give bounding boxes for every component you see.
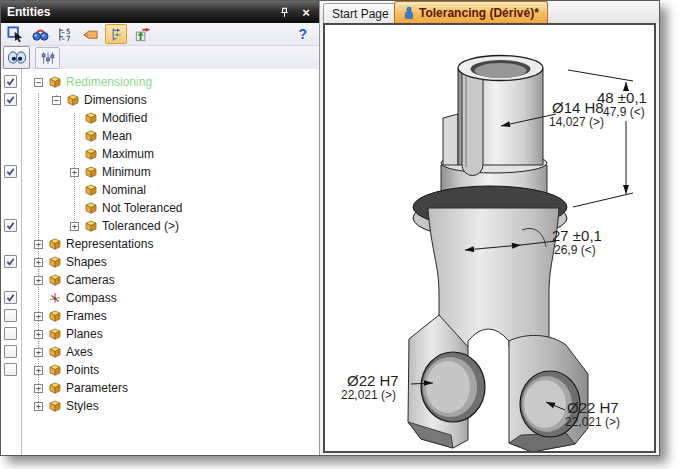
search-binoculars-icon[interactable] xyxy=(30,25,50,43)
tree-indent xyxy=(21,361,34,379)
tree-row-gutter xyxy=(1,199,21,217)
expand-toggle[interactable]: + xyxy=(34,366,43,375)
tree-row-gutter xyxy=(1,145,21,163)
visibility-checkbox[interactable] xyxy=(4,219,17,232)
visibility-checkbox[interactable] xyxy=(4,165,17,178)
dimension-annotation-27[interactable]: 27 ±0,1 26,9 (<) xyxy=(552,228,602,256)
preview-eyes-icon[interactable] xyxy=(3,46,30,69)
tree-indent xyxy=(21,235,34,253)
filter-dimensions-icon[interactable] xyxy=(105,24,127,44)
visibility-checkbox[interactable] xyxy=(4,291,17,304)
tree-item-planes[interactable]: +Planes xyxy=(1,325,318,343)
cube-icon xyxy=(84,165,98,179)
tree-item-nominal[interactable]: Nominal xyxy=(1,181,318,199)
tree-item-modified[interactable]: Modified xyxy=(1,109,318,127)
expand-toggle[interactable]: + xyxy=(34,402,43,411)
cube-icon xyxy=(48,255,62,269)
tree-item-label: Parameters xyxy=(66,381,128,395)
tree-item-not-toleranced[interactable]: Not Toleranced xyxy=(1,199,318,217)
expander-spacer xyxy=(70,150,79,159)
tree-row-gutter xyxy=(1,289,21,307)
pin-icon[interactable] xyxy=(277,5,291,19)
tree-item-styles[interactable]: +Styles xyxy=(1,397,318,415)
tree-item-cameras[interactable]: +Cameras xyxy=(1,271,318,289)
cube-icon xyxy=(84,147,98,161)
cube-icon xyxy=(48,237,62,251)
expand-toggle[interactable]: + xyxy=(34,384,43,393)
dimension-annotation-dia22-right[interactable]: Ø22 H7 22,021 (>) xyxy=(565,400,620,428)
expand-toggle[interactable]: + xyxy=(34,312,43,321)
dimension-annotation-dia22-left[interactable]: Ø22 H7 22,021 (>) xyxy=(341,373,399,401)
help-icon[interactable]: ? xyxy=(298,26,307,42)
tree-item-compass[interactable]: Compass xyxy=(1,289,318,307)
collapse-toggle[interactable]: − xyxy=(52,96,61,105)
expand-toggle[interactable]: + xyxy=(34,240,43,249)
cube-icon xyxy=(48,327,62,341)
tree-row-gutter xyxy=(1,73,21,91)
cube-icon xyxy=(66,93,80,107)
visibility-checkbox[interactable] xyxy=(4,345,17,358)
tree-item-points[interactable]: +Points xyxy=(1,361,318,379)
expand-toggle[interactable]: + xyxy=(34,258,43,267)
tag-icon[interactable] xyxy=(80,25,100,43)
tree-item-parameters[interactable]: +Parameters xyxy=(1,379,318,397)
tree-item-redimensioning[interactable]: −Redimensioning xyxy=(1,73,318,91)
expand-toggle[interactable]: + xyxy=(34,276,43,285)
visibility-checkbox[interactable] xyxy=(4,255,17,268)
dimension-list-icon[interactable]: 57 xyxy=(55,25,75,43)
tab-start-page[interactable]: Start Page xyxy=(323,3,398,23)
cube-icon xyxy=(48,75,62,89)
tree-indent xyxy=(21,397,34,415)
tab-label: Start Page xyxy=(332,7,389,21)
cube-icon xyxy=(84,183,98,197)
tree-item-label: Points xyxy=(66,363,99,377)
visibility-checkbox[interactable] xyxy=(4,75,17,88)
export-selection-icon[interactable] xyxy=(132,25,152,43)
tree-item-frames[interactable]: +Frames xyxy=(1,307,318,325)
dimension-annotation-48[interactable]: 48 ±0,1 47,9 (<) xyxy=(597,90,647,118)
collapse-toggle[interactable]: − xyxy=(34,78,43,87)
dimension-measured: 47,9 (<) xyxy=(603,106,647,118)
tree-item-shapes[interactable]: +Shapes xyxy=(1,253,318,271)
tree-item-label: Cameras xyxy=(66,273,115,287)
visibility-checkbox[interactable] xyxy=(4,93,17,106)
tree-row-gutter xyxy=(1,343,21,361)
expand-toggle[interactable]: + xyxy=(34,348,43,357)
tree-row-gutter xyxy=(1,271,21,289)
dimension-measured: 22,021 (>) xyxy=(341,389,399,401)
tree-item-minimum[interactable]: +Minimum xyxy=(1,163,318,181)
filter-settings-icon[interactable] xyxy=(35,47,60,69)
cube-icon xyxy=(48,345,62,359)
visibility-checkbox[interactable] xyxy=(4,363,17,376)
dimension-value: 27 ±0,1 xyxy=(552,228,602,244)
tree-item-axes[interactable]: +Axes xyxy=(1,343,318,361)
tree-indent xyxy=(21,91,52,109)
tree-indent xyxy=(21,271,34,289)
tree-indent xyxy=(21,253,34,271)
tree-item-label: Mean xyxy=(102,129,132,143)
entities-tree: −Redimensioning−DimensionsModifiedMeanMa… xyxy=(1,69,318,455)
entities-toolbar-row2 xyxy=(1,46,319,70)
tree-row-gutter xyxy=(1,307,21,325)
tree-row-gutter xyxy=(1,217,21,235)
tree-item-dimensions[interactable]: −Dimensions xyxy=(1,91,318,109)
visibility-checkbox[interactable] xyxy=(4,327,17,340)
tree-item-maximum[interactable]: Maximum xyxy=(1,145,318,163)
visibility-checkbox[interactable] xyxy=(4,309,17,322)
cube-icon xyxy=(48,273,62,287)
tree-indent xyxy=(21,127,70,145)
close-icon[interactable]: × xyxy=(299,5,313,19)
tree-item-mean[interactable]: Mean xyxy=(1,127,318,145)
compass-icon xyxy=(48,291,62,305)
select-icon[interactable] xyxy=(5,25,25,43)
tree-row-gutter xyxy=(1,325,21,343)
tab-tolerancing[interactable]: Tolerancing (Dérivé)* xyxy=(394,1,548,23)
model-viewport[interactable]: Ø14 H8 14,027 (>) 48 ±0,1 47,9 (<) 27 ±0… xyxy=(323,23,656,453)
expand-toggle[interactable]: + xyxy=(34,330,43,339)
tree-item-toleranced[interactable]: +Toleranced (>) xyxy=(1,217,318,235)
expand-toggle[interactable]: + xyxy=(70,168,79,177)
tree-row-gutter xyxy=(1,91,21,109)
tree-item-representations[interactable]: +Representations xyxy=(1,235,318,253)
cube-icon xyxy=(48,399,62,413)
expand-toggle[interactable]: + xyxy=(70,222,79,231)
